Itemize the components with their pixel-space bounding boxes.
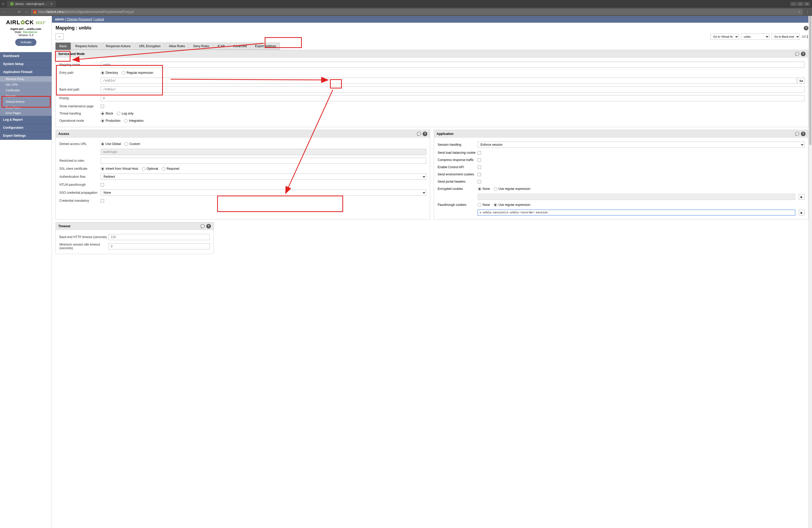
nav-expert-settings[interactable]: Expert Settings	[0, 132, 52, 140]
tab-response-actions[interactable]: Response Actions	[102, 43, 134, 50]
comment-icon-app[interactable]: 💬	[795, 132, 799, 136]
nav-system-setup[interactable]: System Setup	[0, 60, 52, 68]
priority-input[interactable]	[101, 95, 804, 101]
nav-log-report[interactable]: Log & Report	[0, 116, 52, 124]
nav-default-actions[interactable]: Default Actions	[0, 99, 52, 104]
reload-icon[interactable]: ⟳	[16, 10, 22, 14]
change-password-link[interactable]: Change Password	[67, 17, 92, 21]
browser-menu-icon[interactable]: ⋮	[805, 10, 810, 14]
help-icon-app[interactable]: ?	[801, 132, 806, 136]
nav-dashboard[interactable]: Dashboard	[0, 52, 52, 60]
back-button[interactable]: ←	[56, 33, 64, 40]
required-radio[interactable]	[162, 167, 165, 170]
window-controls: — ▢ ✕	[790, 2, 810, 6]
nav-deny-rules[interactable]: Deny Rules	[0, 104, 52, 110]
nav-certificates[interactable]: Certificates	[0, 88, 52, 93]
minimize-icon[interactable]: —	[790, 2, 797, 6]
section-help-icon[interactable]: ?	[801, 51, 806, 56]
ntlm-checkbox[interactable]	[101, 183, 104, 186]
directory-radio[interactable]	[101, 71, 104, 75]
comment-icon-timeout[interactable]: 💬	[200, 224, 205, 228]
nav-application-firewall[interactable]: Application Firewall	[0, 68, 52, 76]
nav-session[interactable]: Session	[0, 93, 52, 99]
activate-button[interactable]: Activate	[15, 39, 37, 46]
maintenance-label: Show maintenance page	[59, 104, 101, 108]
backend-timeout-input[interactable]	[108, 234, 210, 240]
logout-link[interactable]: Logout	[95, 17, 104, 21]
maximize-icon[interactable]: ▢	[797, 2, 803, 6]
portal-label: Send portal headers	[438, 180, 478, 183]
tab-icap[interactable]: ICAP	[214, 43, 229, 50]
cred-checkbox[interactable]	[101, 199, 104, 202]
entry-path-input[interactable]	[101, 78, 796, 84]
tab-expert-settings[interactable]: Expert Settings	[251, 43, 280, 50]
backend-path-label: Back-end path	[59, 88, 101, 91]
enc-test-button[interactable]: ▶	[799, 194, 804, 200]
maintenance-checkbox[interactable]	[101, 105, 104, 108]
regex-radio-label: Regular expression	[127, 71, 153, 75]
lb-cookie-label: Send load balancing cookie	[438, 151, 478, 154]
use-global-radio[interactable]	[101, 142, 104, 146]
help-icon[interactable]: ?	[804, 26, 808, 30]
production-label: Production	[106, 119, 120, 122]
logonly-radio[interactable]	[117, 112, 120, 115]
os-menu-icon[interactable]: ⧉	[2, 2, 4, 6]
compress-checkbox[interactable]	[478, 159, 481, 162]
pager-arrows[interactable]: ▲▼	[806, 35, 808, 39]
idle-timeout-input[interactable]	[108, 243, 210, 250]
virtual-host-select[interactable]: Go to Virtual Host	[711, 33, 739, 40]
control-api-checkbox[interactable]	[478, 166, 481, 169]
mapping-name-input[interactable]	[101, 62, 804, 68]
comment-icon-access[interactable]: 💬	[417, 132, 421, 136]
nav-reverse-proxy[interactable]: Reverse Proxy	[0, 76, 52, 82]
tab-basic[interactable]: Basic	[56, 43, 71, 50]
nav-error-pages[interactable]: Error Pages	[0, 110, 52, 116]
env-cookies-checkbox[interactable]	[478, 173, 481, 176]
nav-ssl-vpn[interactable]: SSL VPN	[0, 82, 52, 88]
passthrough-regex-input[interactable]	[478, 210, 795, 215]
close-tab-icon[interactable]: ×	[50, 2, 53, 6]
regex-radio[interactable]	[121, 71, 125, 75]
tab-allow-rules[interactable]: Allow Rules	[165, 43, 189, 50]
scrollbar-thumb[interactable]	[809, 16, 811, 145]
lb-cookie-checkbox[interactable]	[478, 151, 481, 154]
bookmark-icon[interactable]: ☆	[798, 10, 801, 14]
inherit-radio[interactable]	[101, 167, 104, 170]
integration-radio[interactable]	[124, 119, 128, 122]
auth-flow-select[interactable]: Redirect	[101, 174, 426, 180]
tab-url-encryption[interactable]: URL Encryption	[135, 43, 164, 50]
session-handling-select[interactable]: Enforce session	[478, 141, 804, 148]
sso-select[interactable]: None	[101, 190, 426, 196]
help-icon-timeout[interactable]: ?	[206, 224, 211, 228]
tab-deny-rules[interactable]: Deny Rules	[189, 43, 213, 50]
optional-radio[interactable]	[142, 167, 145, 170]
nav-configuration[interactable]: Configuration	[0, 124, 52, 132]
mapping-select[interactable]: unblu	[741, 33, 769, 40]
section-header-service: Service and Mode 💬?	[56, 50, 808, 58]
pass-regex-radio[interactable]	[494, 203, 497, 207]
case-sensitive-button[interactable]: Aa	[797, 78, 804, 84]
close-window-icon[interactable]: ✕	[804, 2, 810, 6]
portal-checkbox[interactable]	[478, 180, 481, 183]
tab-advanced[interactable]: Advanced	[229, 43, 250, 50]
restricted-roles-input[interactable]	[101, 157, 426, 164]
enc-none-radio[interactable]	[478, 187, 481, 191]
browser-tab[interactable]: Airlock - admin@mgmt… ×	[7, 1, 56, 7]
backend-group-select[interactable]: Go to Back-end Gr	[771, 33, 800, 40]
enc-regex-radio[interactable]	[494, 187, 497, 191]
block-radio[interactable]	[101, 112, 104, 115]
passthrough-test-button[interactable]: ▶	[799, 210, 804, 215]
custom-label: Custom	[129, 142, 140, 146]
scrollbar-vertical[interactable]	[808, 16, 812, 528]
url-bar[interactable]: 🔒 https://airlock.intra/airlock/configur…	[31, 9, 803, 15]
forward-icon[interactable]: →	[9, 10, 14, 14]
back-icon[interactable]: ←	[2, 10, 7, 14]
help-icon-access[interactable]: ?	[423, 132, 427, 136]
comment-icon[interactable]: 💬	[795, 52, 799, 56]
home-icon[interactable]: ⌂	[24, 10, 29, 14]
tab-request-actions[interactable]: Request Actions	[71, 43, 101, 50]
production-radio[interactable]	[101, 119, 104, 122]
custom-radio[interactable]	[125, 142, 128, 146]
pass-none-radio[interactable]	[478, 203, 481, 207]
backend-path-input[interactable]	[101, 87, 804, 93]
